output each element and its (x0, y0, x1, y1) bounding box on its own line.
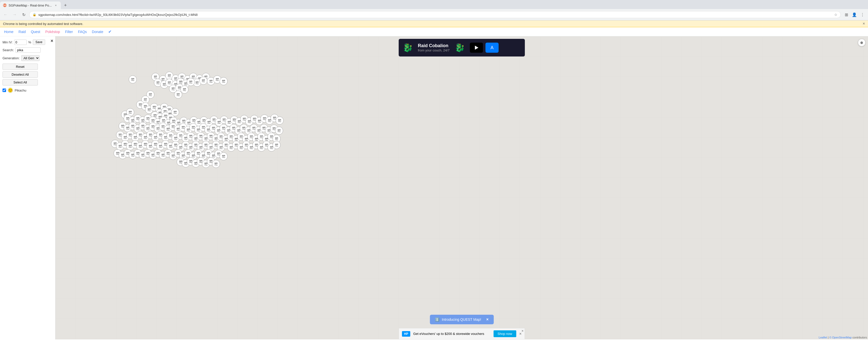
automation-bar: Chrome is being controlled by automated … (0, 21, 868, 27)
quest-notification: ℹ️ Introducing QUEST Map! × (430, 315, 494, 324)
pokemon-marker[interactable]: 025Pika (219, 77, 227, 85)
tab-bar: SG SGPokeMap - Real-time Po... × + (0, 0, 868, 9)
pokemon-marker[interactable]: 025Pika (129, 75, 137, 84)
raid-ad-title: Raid Cobalion (418, 43, 450, 49)
nav-home-link[interactable]: Home (4, 30, 13, 34)
bookmark-icon[interactable]: ☆ (834, 12, 837, 17)
deselect-all-button[interactable]: Deselect All (2, 71, 38, 78)
nav-donate-link[interactable]: Donate (92, 30, 103, 34)
min-iv-pct: % (28, 40, 31, 44)
pokemon-marker[interactable]: 025Pika (212, 160, 220, 168)
save-button[interactable]: Save (33, 39, 45, 45)
site-nav: Home Raid Quest Pokéstop Filter FAQs Don… (0, 27, 868, 36)
search-input[interactable] (16, 48, 41, 53)
nav-quest-link[interactable]: Quest (31, 30, 40, 34)
verified-badge: ✔ (108, 29, 112, 34)
min-iv-label: Min IV: (2, 40, 12, 44)
main-container: × Min IV: % Save Search: Generation: All… (0, 36, 868, 340)
automation-text: Chrome is being controlled by automated … (3, 22, 83, 26)
pokemon-marker[interactable]: 025Pika (275, 127, 283, 135)
nav-raid-link[interactable]: Raid (19, 30, 26, 34)
back-button[interactable]: ← (2, 11, 9, 18)
pokemon-marker[interactable]: 025Pika (273, 141, 281, 149)
profile-button[interactable]: 👤 (851, 11, 858, 18)
pokemon-marker[interactable]: 025Pika (187, 78, 195, 86)
pokemon-marker[interactable]: 025Pika (219, 152, 227, 160)
search-label: Search: (2, 48, 14, 52)
ad-brand-logo: HP (402, 331, 410, 337)
search-row: Search: (2, 48, 53, 53)
svg-point-4 (11, 90, 12, 91)
svg-text:A: A (491, 45, 494, 50)
menu-button[interactable]: ⋮ (859, 11, 866, 18)
map-attribution: Leaflet | © OpenStreetMap contributors (819, 336, 867, 339)
tab-favicon: SG (3, 3, 6, 7)
raid-pokemon-icon-left: 🐉 (403, 43, 413, 53)
nav-pokestop-link[interactable]: Pokéstop (45, 30, 60, 34)
min-iv-row: Min IV: % Save (2, 39, 53, 45)
generation-select[interactable]: All Gen Gen 1 Gen 2 Gen 3 Gen 4 Gen 5 (21, 55, 40, 61)
pokemon-marker[interactable]: 025Pika (276, 117, 284, 125)
svg-point-1 (9, 90, 10, 90)
google-play-button[interactable] (470, 43, 483, 53)
quest-notification-text: Introducing QUEST Map! (442, 317, 481, 321)
osm-link[interactable]: © OpenStreetMap (829, 336, 852, 339)
compass-button[interactable]: ⊕ (858, 39, 866, 46)
min-iv-input[interactable] (14, 40, 27, 45)
generation-label: Generation: (2, 56, 20, 60)
forward-button[interactable]: → (11, 11, 18, 18)
ad-text: Get eVouchers' up to $200 & storewide vo… (413, 332, 491, 336)
shop-now-button[interactable]: Shop now (494, 330, 516, 337)
map-area[interactable]: 🐉 Raid Cobalion from your couch, 24/7 🐉 (56, 36, 868, 340)
tab-title: SGPokeMap - Real-time Po... (8, 3, 52, 7)
browser-chrome: SG SGPokeMap - Real-time Po... × + ← → ↻… (0, 0, 868, 21)
leaflet-link[interactable]: Leaflet (819, 336, 827, 339)
svg-point-2 (11, 90, 11, 90)
ad-store-buttons: A (470, 43, 499, 53)
app-store-button[interactable]: A (486, 43, 499, 53)
address-bar-row: ← → ↻ 🔒 sgpokemap.com/index.html?fbclid=… (0, 9, 868, 20)
pokemon-list-item: Pikachu (2, 88, 53, 93)
sidebar-action-buttons: Reset Deselect All Select All (2, 64, 53, 86)
quest-info-icon: ℹ️ (435, 317, 439, 321)
reset-button[interactable]: Reset (2, 64, 38, 70)
bottom-ad-content: HP Get eVouchers' up to $200 & storewide… (399, 328, 525, 339)
ad-banner: 🐉 Raid Cobalion from your couch, 24/7 🐉 (399, 39, 525, 57)
sidebar-close-button[interactable]: × (51, 38, 53, 43)
extensions-button[interactable]: ⊞ (843, 11, 850, 18)
pokemon-marker[interactable]: 025Pika (199, 77, 208, 85)
quest-notification-close[interactable]: × (486, 317, 489, 322)
generation-row: Generation: All Gen Gen 1 Gen 2 Gen 3 Ge… (2, 55, 53, 61)
address-bar[interactable]: 🔒 sgpokemap.com/index.html?fbclid=IwAR2p… (29, 11, 841, 18)
bottom-ad-close-button[interactable]: × (522, 329, 524, 333)
lock-icon: 🔒 (33, 13, 36, 17)
sidebar: × Min IV: % Save Search: Generation: All… (0, 36, 56, 340)
active-tab[interactable]: SG SGPokeMap - Real-time Po... × (0, 1, 61, 9)
raid-ad-container: 🐉 Raid Cobalion from your couch, 24/7 🐉 (399, 39, 525, 57)
nav-filter-link[interactable]: Filter (65, 30, 73, 34)
raid-ad-text: Raid Cobalion from your couch, 24/7 (418, 43, 450, 52)
raid-ad-subtitle: from your couch, 24/7 (418, 49, 450, 52)
attribution-contributors: contributors (852, 336, 867, 339)
automation-close-button[interactable]: × (863, 22, 865, 26)
bottom-ad-banner: × HP Get eVouchers' up to $200 & storewi… (399, 328, 525, 340)
pikachu-icon (7, 88, 13, 93)
ad-voucher-text: Get eVouchers' up to $200 & storewide vo… (413, 332, 484, 336)
new-tab-button[interactable]: + (62, 2, 69, 9)
pikachu-checkbox[interactable] (2, 89, 6, 92)
pokemon-marker[interactable]: 025Pika (174, 91, 182, 99)
raid-pokemon-icon-right: 🐉 (455, 43, 465, 53)
address-text: sgpokemap.com/index.html?fbclid=IwAR2p_9… (38, 13, 832, 17)
toolbar-actions: ⊞ 👤 ⋮ (843, 11, 866, 18)
ad-close-x[interactable]: × (519, 331, 522, 336)
pikachu-name: Pikachu (14, 89, 26, 92)
nav-faqs-link[interactable]: FAQs (78, 30, 87, 34)
tab-close-button[interactable]: × (54, 3, 58, 7)
svg-point-3 (8, 90, 9, 91)
select-all-button[interactable]: Select All (2, 79, 38, 86)
reload-button[interactable]: ↻ (20, 11, 27, 18)
